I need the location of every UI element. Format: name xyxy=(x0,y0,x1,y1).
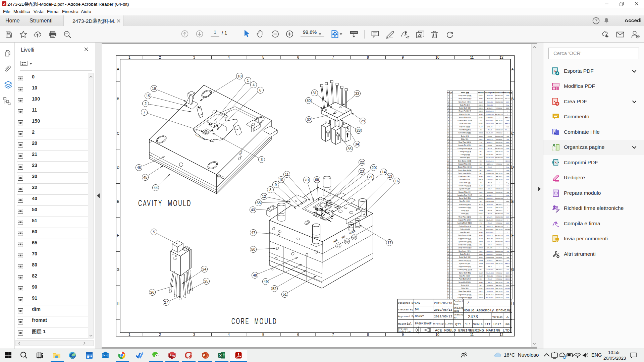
svg-text:/: / xyxy=(507,226,508,227)
svg-text:S: S xyxy=(170,353,172,357)
svg-text:23: 23 xyxy=(447,163,449,165)
svg-text:12x35x3.5: 12x35x3.5 xyxy=(486,154,493,156)
svg-text:2019/05/13: 2019/05/13 xyxy=(434,308,452,312)
svg-text:Ø16x74: Ø16x74 xyxy=(487,126,493,128)
svg-text:HRC50±2: HRC50±2 xyxy=(496,107,502,109)
svg-text:Buy: Buy xyxy=(506,291,509,292)
svg-text:52: 52 xyxy=(272,287,276,291)
svg-text:Ø100x15: Ø100x15 xyxy=(487,291,493,292)
svg-text:45#: 45# xyxy=(480,182,482,184)
svg-text:Buy: Buy xyxy=(506,285,509,286)
svg-text:Std: Std xyxy=(506,163,509,165)
svg-text:Sprue Bush 唧嘴: Sprue Bush 唧嘴 xyxy=(459,272,471,274)
svg-text:Screw M8x25 螺丝: Screw M8x25 螺丝 xyxy=(459,132,472,134)
svg-text:22: 22 xyxy=(447,160,449,162)
svg-text:4: 4 xyxy=(448,104,449,106)
svg-text:23: 23 xyxy=(360,169,364,173)
svg-text:16: 16 xyxy=(447,141,449,143)
svg-text:4: 4 xyxy=(451,294,452,296)
svg-text:O-Ring 密封圈: O-Ring 密封圈 xyxy=(460,154,470,156)
svg-text:SUJ2: SUJ2 xyxy=(479,275,483,277)
svg-text:4: 4 xyxy=(228,55,230,59)
svg-text:W: W xyxy=(172,354,175,358)
svg-text:63: 63 xyxy=(447,288,449,289)
svg-text:DM: DM xyxy=(415,308,419,311)
svg-text:S50C: S50C xyxy=(479,132,483,134)
svg-text:Wear Plate 耐磨板: Wear Plate 耐磨板 xyxy=(459,216,471,218)
svg-text:HRC60±2: HRC60±2 xyxy=(496,138,502,140)
svg-text:HB280-320: HB280-320 xyxy=(495,101,503,103)
svg-text:28: 28 xyxy=(357,128,361,132)
svg-text:HRC50±2: HRC50±2 xyxy=(496,275,502,277)
svg-text:Ø16x8: Ø16x8 xyxy=(488,135,492,137)
svg-text:/: / xyxy=(499,266,499,267)
svg-text:6: 6 xyxy=(451,138,452,140)
svg-text:11: 11 xyxy=(285,172,288,176)
svg-text:Return Pin 回位销: Return Pin 回位销 xyxy=(459,110,471,112)
svg-text:28: 28 xyxy=(447,179,449,180)
svg-text:Std: Std xyxy=(506,138,509,140)
svg-text:Date Stamp 日期章: Date Stamp 日期章 xyxy=(458,160,472,162)
svg-text:/: / xyxy=(507,197,508,199)
svg-text:Spring 弹簧: Spring 弹簧 xyxy=(461,135,469,137)
svg-text:/: / xyxy=(499,166,499,168)
svg-text:HB280-320: HB280-320 xyxy=(495,294,503,296)
svg-text:HRC48-52: HRC48-52 xyxy=(496,263,503,264)
svg-text:50: 50 xyxy=(251,247,255,251)
svg-text:DME: DME xyxy=(506,120,509,121)
svg-text:HRC48-52: HRC48-52 xyxy=(496,238,503,240)
svg-text:12x35x3.5: 12x35x3.5 xyxy=(486,269,493,270)
svg-text:DME: DME xyxy=(506,294,509,296)
svg-text:46: 46 xyxy=(447,235,449,236)
svg-text:6: 6 xyxy=(451,179,452,180)
svg-text:2: 2 xyxy=(451,188,452,190)
svg-text:HRC50±2: HRC50±2 xyxy=(496,144,502,146)
svg-text:56: 56 xyxy=(447,266,449,267)
svg-text:4: 4 xyxy=(451,104,452,106)
svg-text:Cr12: Cr12 xyxy=(479,126,483,128)
svg-text:31: 31 xyxy=(447,188,449,190)
svg-text:HRC50±2: HRC50±2 xyxy=(496,176,502,177)
svg-text:Ø100x15: Ø100x15 xyxy=(487,95,493,97)
svg-text:2019/05/13: 2019/05/13 xyxy=(434,302,452,305)
svg-text:DANNY: DANNY xyxy=(415,315,424,318)
svg-text:H13: H13 xyxy=(480,226,483,227)
svg-text:12x35x3.5: 12x35x3.5 xyxy=(486,219,493,221)
svg-text:Screw M8x25 螺丝: Screw M8x25 螺丝 xyxy=(459,281,472,283)
svg-text:4: 4 xyxy=(451,163,452,165)
svg-text:Ø6x125: Ø6x125 xyxy=(487,141,493,143)
svg-text:1: 1 xyxy=(448,95,449,97)
svg-text:FIT: FIT xyxy=(485,322,491,326)
svg-text:CORE MOULD: CORE MOULD xyxy=(231,316,277,325)
svg-text:Return Pin 回位销: Return Pin 回位销 xyxy=(459,259,471,262)
svg-text:65: 65 xyxy=(447,294,449,296)
svg-text:HRC50±2: HRC50±2 xyxy=(496,269,502,270)
svg-text:4: 4 xyxy=(451,114,452,115)
svg-text:Designed By: Designed By xyxy=(398,302,415,304)
svg-text:SKD61: SKD61 xyxy=(479,197,483,199)
svg-text:Locating Ring 定位环: Locating Ring 定位环 xyxy=(458,194,472,196)
svg-text:Product: Product xyxy=(454,300,464,303)
svg-text:18: 18 xyxy=(237,74,241,78)
svg-text:SKD61: SKD61 xyxy=(479,123,483,124)
svg-text:15: 15 xyxy=(146,94,150,98)
svg-text:6: 6 xyxy=(451,226,452,227)
svg-text:6: 6 xyxy=(451,288,452,289)
svg-text:2473: 2473 xyxy=(468,315,478,319)
svg-text:SKD61: SKD61 xyxy=(479,288,483,289)
svg-text:6: 6 xyxy=(448,110,449,112)
svg-text:DME: DME xyxy=(506,176,509,177)
svg-text:Name: Name xyxy=(454,310,459,312)
svg-text:55: 55 xyxy=(447,263,449,264)
svg-text:Cr12: Cr12 xyxy=(479,250,483,252)
svg-text:13: 13 xyxy=(388,174,392,178)
svg-text:Locking Block 锁紧块: Locking Block 锁紧块 xyxy=(458,297,472,299)
svg-text:HRC48-52: HRC48-52 xyxy=(496,288,503,289)
svg-text:10: 10 xyxy=(279,178,283,182)
svg-text:26: 26 xyxy=(447,173,449,174)
svg-text:Drawing: Drawing xyxy=(454,313,464,316)
svg-text:HB280-320: HB280-320 xyxy=(495,95,503,97)
svg-text:18: 18 xyxy=(447,148,449,149)
svg-text:52: 52 xyxy=(447,253,449,255)
svg-text:H13: H13 xyxy=(480,160,483,162)
